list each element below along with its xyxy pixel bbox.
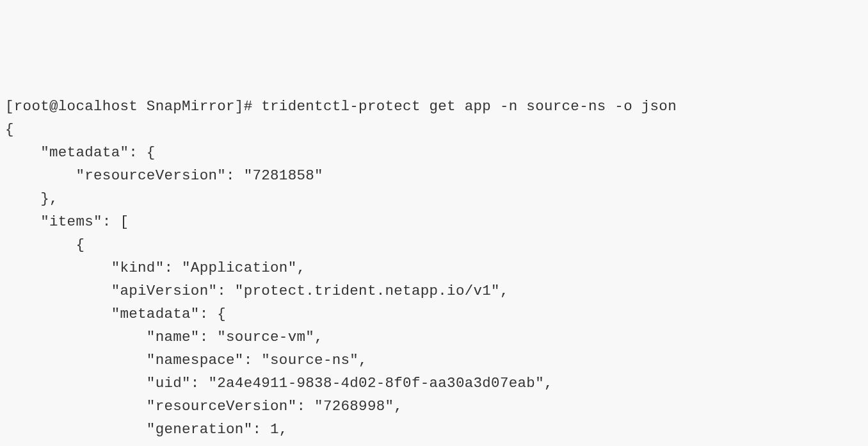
json-line: "namespace": "source-ns", [5, 352, 367, 368]
json-line: "resourceVersion": "7281858" [5, 167, 323, 184]
json-line: "generation": 1, [5, 421, 288, 438]
command-text: tridentctl-protect get app -n source-ns … [261, 98, 677, 115]
json-line: "kind": "Application", [5, 260, 305, 276]
json-line: "metadata": { [5, 306, 226, 322]
json-line: { [5, 121, 14, 138]
json-line: "apiVersion": "protect.trident.netapp.io… [5, 283, 509, 299]
json-line: }, [5, 190, 58, 207]
json-line: "items": [ [5, 213, 129, 230]
json-line: "uid": "2a4e4911-9838-4d02-8f0f-aa30a3d0… [5, 375, 553, 392]
json-line: "resourceVersion": "7268998", [5, 398, 403, 415]
shell-prompt: [root@localhost SnapMirror]# [5, 98, 261, 115]
json-line: { [5, 236, 84, 253]
terminal-output: [root@localhost SnapMirror]# tridentctl-… [5, 95, 863, 446]
json-line: "name": "source-vm", [5, 329, 323, 345]
json-line: "metadata": { [5, 144, 156, 161]
